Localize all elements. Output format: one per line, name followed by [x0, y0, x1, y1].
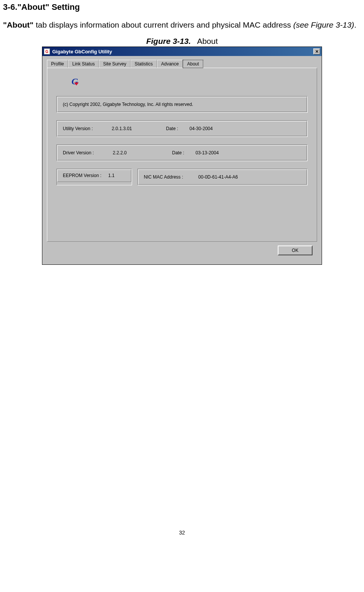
gigabyte-logo: G [72, 76, 82, 85]
tab-panel-about: G (c) Copyright 2002, Gigabyte Technolog… [47, 68, 317, 242]
intro-end: . [354, 20, 356, 29]
ok-button[interactable]: OK [278, 246, 313, 255]
titlebar: G Gigabyte GbConfig Utility ✕ [42, 47, 322, 56]
section-heading: 3-6."About" Setting [3, 2, 361, 12]
copyright-text: (c) Copyright 2002, Gigabyte Technology,… [63, 102, 193, 107]
groupbox-copyright: (c) Copyright 2002, Gigabyte Technology,… [56, 96, 308, 113]
utility-date-label: Date : [166, 126, 178, 131]
utility-version-value: 2.0.1.3.01 [112, 126, 132, 131]
intro-paragraph: "About" tab displays information about c… [3, 20, 361, 30]
eeprom-version-label: EEPROM Version : [63, 173, 101, 178]
window-title: Gigabyte GbConfig Utility [52, 49, 313, 54]
tab-site-survey[interactable]: Site Survey [99, 60, 130, 68]
dialog-window: G Gigabyte GbConfig Utility ✕ Profile Li… [42, 47, 322, 265]
driver-version-label: Driver Version : [63, 150, 94, 155]
intro-text: tab displays information about current d… [34, 20, 293, 29]
driver-date-label: Date : [172, 150, 184, 155]
utility-version-label: Utility Version : [63, 126, 93, 131]
app-icon: G [44, 48, 50, 54]
tab-advance[interactable]: Advance [157, 60, 183, 68]
tab-profile[interactable]: Profile [47, 60, 68, 68]
mac-address-label: NIC MAC Address : [144, 174, 183, 180]
tab-about[interactable]: About [183, 60, 203, 68]
intro-bold: "About" [3, 20, 34, 29]
groupbox-eeprom: EEPROM Version : 1.1 [56, 169, 132, 185]
eeprom-version-value: 1.1 [108, 173, 115, 178]
mac-address-value: 00-0D-61-41-A4-A6 [198, 174, 238, 180]
tab-statistics[interactable]: Statistics [131, 60, 157, 68]
tab-link-status[interactable]: Link Status [68, 60, 99, 68]
figure-caption: Figure 3-13. About [3, 37, 361, 46]
groupbox-driver: Driver Version : 2.2.2.0 Date : 03-13-20… [56, 145, 308, 161]
figure-label: Figure 3-13. [146, 37, 191, 45]
groupbox-mac: NIC MAC Address : 00-0D-61-41-A4-A6 [137, 169, 308, 185]
intro-italic: (see Figure 3-13) [293, 20, 354, 29]
close-button[interactable]: ✕ [313, 48, 320, 54]
groupbox-row-bottom: EEPROM Version : 1.1 NIC MAC Address : [56, 169, 308, 185]
driver-date-value: 03-13-2004 [196, 150, 219, 155]
utility-date-value: 04-30-2004 [190, 126, 213, 131]
tab-strip: Profile Link Status Site Survey Statisti… [47, 60, 317, 68]
driver-version-value: 2.2.2.0 [113, 150, 127, 155]
figure-title: About [197, 37, 218, 45]
page-number: 32 [3, 530, 361, 543]
groupbox-utility: Utility Version : 2.0.1.3.01 Date : 04-3… [56, 120, 308, 137]
